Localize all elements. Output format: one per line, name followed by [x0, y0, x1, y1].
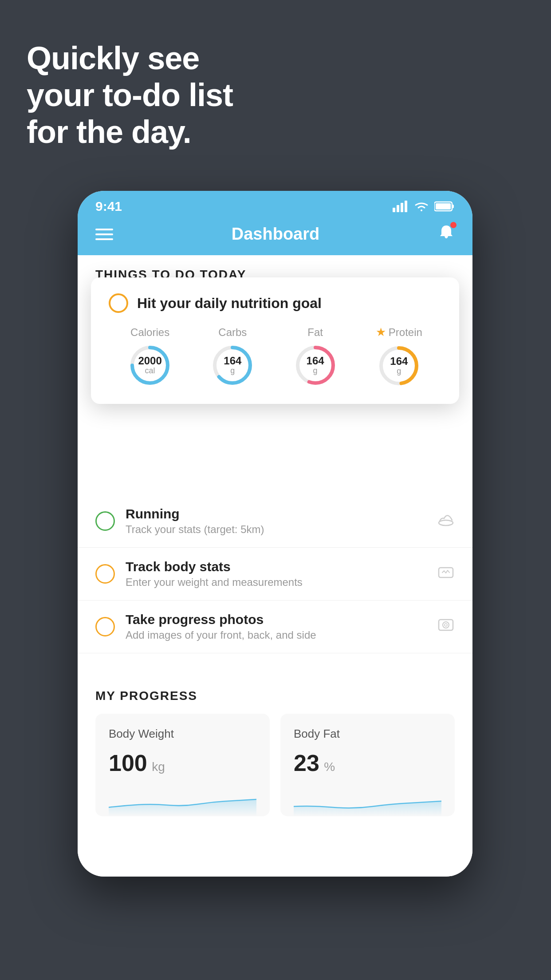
- body-fat-title: Body Fat: [294, 727, 441, 741]
- body-fat-chart: [294, 785, 441, 816]
- todo-sub-running: Track your stats (target: 5km): [126, 523, 426, 536]
- fat-donut: 164 g: [293, 343, 338, 387]
- svg-rect-6: [436, 203, 451, 209]
- menu-button[interactable]: [95, 229, 113, 240]
- progress-card-fat[interactable]: Body Fat 23 %: [280, 714, 455, 816]
- phone-body: THINGS TO DO TODAY Hit your daily nutrit…: [78, 255, 472, 877]
- body-fat-value: 23: [294, 750, 319, 776]
- progress-cards: Body Weight 100 kg: [95, 714, 455, 816]
- todo-content-body-stats: Track body stats Enter your weight and m…: [126, 559, 426, 589]
- progress-card-weight[interactable]: Body Weight 100 kg: [95, 714, 270, 816]
- status-time: 9:41: [95, 199, 122, 214]
- carbs-donut: 164 g: [210, 343, 255, 387]
- nutrition-check-circle: [109, 293, 128, 313]
- battery-icon: [434, 201, 455, 212]
- body-weight-value-row: 100 kg: [109, 750, 256, 776]
- hero-line2: your to-do list: [27, 77, 233, 113]
- hero-headline: Quickly see your to-do list for the day.: [27, 40, 233, 150]
- hero-line3: for the day.: [27, 114, 191, 150]
- header-title: Dashboard: [232, 225, 319, 244]
- protein-donut: 164 g: [377, 344, 421, 388]
- todo-sub-body-stats: Enter your weight and measurements: [126, 576, 426, 589]
- protein-value: 164: [390, 356, 408, 367]
- signal-icon: [393, 201, 409, 212]
- body-fat-value-row: 23 %: [294, 750, 441, 776]
- protein-unit: g: [390, 367, 408, 376]
- hero-line1: Quickly see: [27, 40, 199, 76]
- svg-point-19: [445, 624, 447, 626]
- star-icon: ★: [376, 325, 386, 339]
- todo-item-photos[interactable]: Take progress photos Add images of your …: [78, 601, 472, 653]
- svg-rect-17: [439, 620, 453, 630]
- todo-circle-body-stats: [95, 564, 115, 584]
- todo-item-running[interactable]: Running Track your stats (target: 5km): [78, 495, 472, 548]
- progress-section: MY PROGRESS Body Weight 100 kg: [78, 671, 472, 816]
- protein-label: ★ Protein: [376, 325, 422, 339]
- carbs-label: Carbs: [218, 326, 247, 339]
- fat-value: 164: [307, 355, 324, 366]
- svg-point-15: [439, 520, 453, 526]
- calories-value: 2000: [138, 355, 161, 366]
- fat-unit: g: [307, 367, 324, 375]
- svg-rect-3: [405, 201, 407, 212]
- progress-header: MY PROGRESS: [95, 689, 455, 703]
- todo-title-body-stats: Track body stats: [126, 559, 426, 574]
- body-weight-chart: [109, 785, 256, 816]
- todo-list: Running Track your stats (target: 5km) T…: [78, 495, 472, 653]
- nutrition-card-title: Hit your daily nutrition goal: [109, 293, 441, 313]
- svg-rect-2: [401, 203, 403, 212]
- svg-point-18: [443, 622, 449, 628]
- status-icons: [393, 201, 455, 212]
- running-icon: [437, 511, 455, 531]
- photo-icon: [437, 617, 455, 636]
- todo-title-photos: Take progress photos: [126, 612, 426, 627]
- notification-badge: [450, 222, 457, 228]
- todo-circle-photos: [95, 617, 115, 636]
- svg-rect-5: [452, 205, 454, 208]
- nutrition-title-text: Hit your daily nutrition goal: [137, 295, 322, 312]
- carbs-unit: g: [224, 367, 241, 375]
- body-weight-unit: kg: [152, 760, 165, 774]
- todo-title-running: Running: [126, 506, 426, 522]
- body-fat-unit: %: [324, 760, 335, 774]
- status-bar: 9:41: [78, 191, 472, 217]
- todo-content-running: Running Track your stats (target: 5km): [126, 506, 426, 536]
- nutrition-card-container: Hit your daily nutrition goal Calories 2: [78, 282, 472, 406]
- calories-label: Calories: [130, 326, 169, 339]
- stat-protein: ★ Protein 164 g: [376, 325, 422, 388]
- stat-fat: Fat 164 g: [293, 326, 338, 387]
- svg-rect-0: [393, 208, 395, 212]
- nutrition-stats: Calories 2000 cal: [109, 325, 441, 388]
- todo-sub-photos: Add images of your front, back, and side: [126, 629, 426, 641]
- todo-item-body-stats[interactable]: Track body stats Enter your weight and m…: [78, 548, 472, 601]
- nutrition-card[interactable]: Hit your daily nutrition goal Calories 2: [91, 277, 459, 404]
- calories-unit: cal: [138, 367, 161, 375]
- todo-content-photos: Take progress photos Add images of your …: [126, 612, 426, 641]
- app-header: Dashboard: [78, 217, 472, 255]
- calories-donut: 2000 cal: [128, 343, 172, 387]
- body-weight-value: 100: [109, 750, 147, 776]
- notifications-button[interactable]: [438, 224, 455, 245]
- wifi-icon: [414, 201, 429, 212]
- stat-carbs: Carbs 164 g: [210, 326, 255, 387]
- svg-rect-1: [397, 205, 399, 212]
- stat-calories: Calories 2000 cal: [128, 326, 172, 387]
- body-weight-title: Body Weight: [109, 727, 256, 741]
- carbs-value: 164: [224, 355, 241, 366]
- fat-label: Fat: [307, 326, 323, 339]
- scale-icon: [437, 564, 455, 584]
- phone-mockup: 9:41 D: [78, 191, 472, 877]
- todo-circle-running: [95, 511, 115, 531]
